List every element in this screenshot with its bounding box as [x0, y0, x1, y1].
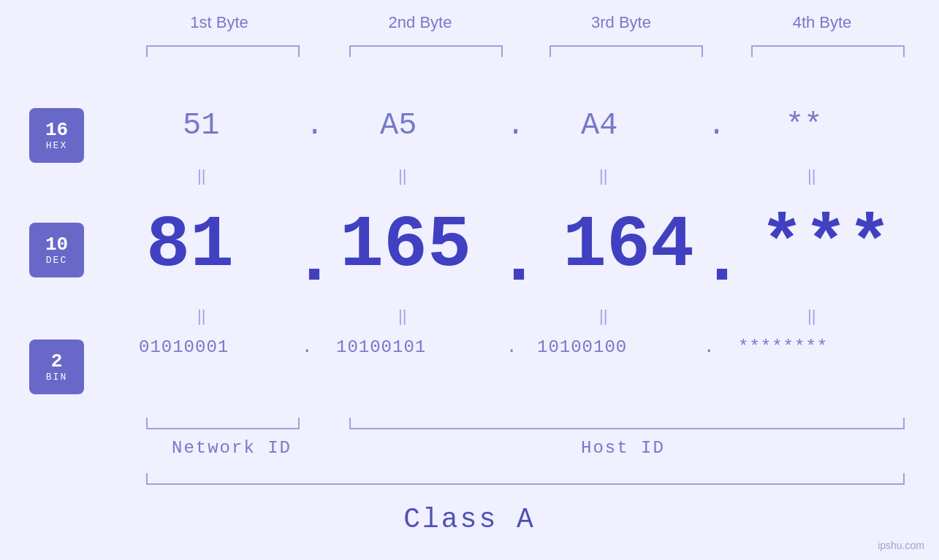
hex-dot-2: .	[506, 108, 525, 143]
dec-dot-1: .	[292, 219, 336, 302]
bracket-network-id	[146, 418, 300, 429]
badge-dec: 10 DEC	[29, 223, 84, 277]
eq-dec-3: ||	[599, 307, 607, 326]
eq-dec-4: ||	[807, 307, 816, 326]
top-bracket-1	[146, 45, 300, 57]
hex-value-1: 51	[183, 108, 219, 143]
dec-dot-3: .	[700, 219, 744, 302]
bin-dot-1: .	[302, 337, 312, 357]
badge-dec-label: DEC	[46, 255, 67, 266]
main-layout: 1st Byte 2nd Byte 3rd Byte 4th Byte 16 H…	[0, 0, 939, 560]
top-bracket-2	[349, 45, 503, 57]
eq-hex-4: ||	[807, 166, 816, 185]
hex-value-3: A4	[581, 108, 617, 143]
dec-value-3: 164	[563, 204, 694, 287]
byte-header-4: 4th Byte	[749, 13, 895, 32]
byte-header-2: 2nd Byte	[347, 13, 493, 32]
eq-dec-1: ||	[197, 307, 205, 326]
bin-value-2: 10100101	[336, 337, 426, 357]
dec-dot-2: .	[497, 219, 541, 302]
eq-dec-2: ||	[398, 307, 406, 326]
hex-value-2: A5	[380, 108, 417, 143]
dec-value-4: ***	[760, 204, 892, 287]
top-bracket-3	[550, 45, 703, 57]
badge-hex: 16 HEX	[29, 108, 84, 163]
host-id-label: Host ID	[581, 438, 665, 458]
badge-bin: 2 BIN	[29, 340, 84, 394]
badge-bin-label: BIN	[46, 372, 67, 383]
bin-value-4: ********	[738, 337, 828, 357]
hex-dot-1: .	[305, 108, 324, 143]
byte-header-3: 3rd Byte	[548, 13, 694, 32]
class-label: Class A	[0, 504, 939, 535]
network-id-label: Network ID	[172, 438, 292, 458]
eq-hex-3: ||	[599, 166, 607, 185]
bin-dot-2: .	[506, 337, 517, 357]
dec-value-1: 81	[146, 204, 234, 287]
bracket-host-id	[349, 418, 905, 429]
bin-value-3: 10100100	[537, 337, 627, 357]
eq-hex-2: ||	[398, 166, 406, 185]
byte-header-1: 1st Byte	[146, 13, 292, 32]
badge-hex-label: HEX	[46, 140, 67, 151]
badge-dec-number: 10	[45, 234, 68, 256]
watermark: ipshu.com	[878, 540, 924, 551]
dec-value-2: 165	[340, 204, 471, 287]
eq-hex-1: ||	[197, 166, 205, 185]
bin-dot-3: .	[704, 337, 714, 357]
bracket-class	[146, 473, 905, 485]
hex-value-4: **	[786, 108, 822, 143]
hex-dot-3: .	[707, 108, 726, 143]
bin-value-1: 01010001	[139, 337, 229, 357]
badge-bin-number: 2	[51, 351, 63, 372]
badge-hex-number: 16	[45, 120, 68, 141]
top-bracket-4	[751, 45, 905, 57]
